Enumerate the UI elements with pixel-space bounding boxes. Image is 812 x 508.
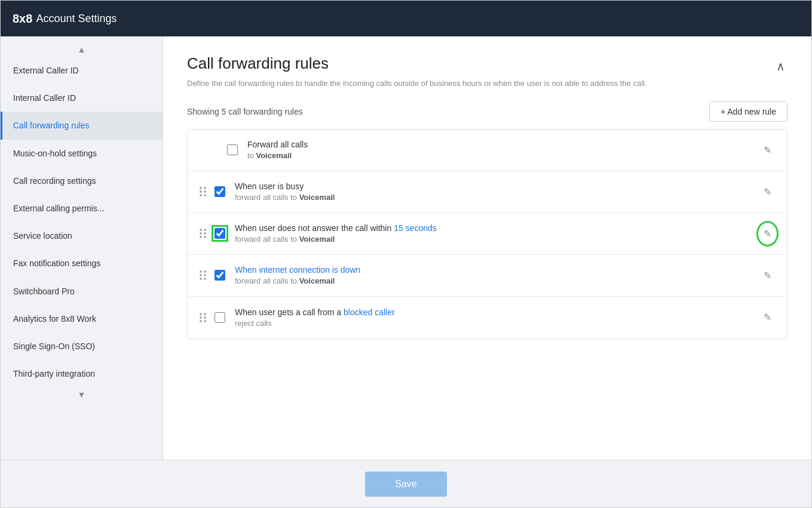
table-row: When user gets a call from a blocked cal… [188, 297, 787, 338]
rule-5-content: When user gets a call from a blocked cal… [235, 307, 760, 328]
logo: 8x8 [13, 12, 32, 26]
rules-table: Forward all calls to Voicemail ✎ When us… [187, 129, 788, 339]
table-row: When user is busy forward all calls to V… [188, 171, 787, 213]
sidebar-item-call-forwarding-rules[interactable]: Call forwarding rules [1, 112, 163, 139]
rule-5-edit-button[interactable]: ✎ [760, 308, 775, 327]
rule-5-subtitle: reject calls [235, 319, 760, 328]
drag-handle[interactable] [200, 229, 206, 238]
sidebar-item-sso[interactable]: Single Sign-On (SSO) [1, 332, 163, 360]
rule-2-title: When user is busy [235, 181, 760, 191]
rule-4-subtitle: forward all calls to Voicemail [235, 276, 760, 285]
rule-3-checkbox[interactable] [215, 228, 225, 239]
sidebar-item-music-on-hold[interactable]: Music-on-hold settings [1, 140, 163, 167]
rule-5-checkbox[interactable] [215, 312, 225, 323]
sidebar-item-service-location[interactable]: Service location [1, 222, 163, 250]
sidebar-item-fax-notification[interactable]: Fax notification settings [1, 250, 163, 277]
sidebar: ▲ External Caller ID Internal Caller ID … [1, 36, 163, 460]
rule-2-content: When user is busy forward all calls to V… [235, 181, 760, 202]
sidebar-item-switchboard-pro[interactable]: Switchboard Pro [1, 278, 163, 305]
app-container: 8x8 Account Settings ▲ External Caller I… [0, 0, 812, 508]
save-button[interactable]: Save [365, 472, 446, 497]
sidebar-item-external-calling[interactable]: External calling permis... [1, 195, 163, 222]
sidebar-item-internal-caller-id[interactable]: Internal Caller ID [1, 84, 163, 112]
section-subtitle: Define the call forwarding rules to hand… [187, 78, 665, 90]
sidebar-item-analytics[interactable]: Analytics for 8x8 Work [1, 305, 163, 332]
rule-3-content: When user does not answer the call withi… [235, 223, 760, 244]
section-title-area: Call forwarding rules Define the call fo… [187, 54, 774, 90]
rule-4-checkbox[interactable] [215, 270, 225, 281]
body: ▲ External Caller ID Internal Caller ID … [1, 36, 811, 460]
table-row: When internet connection is down forward… [188, 255, 787, 297]
drag-handle[interactable] [200, 187, 206, 196]
rule-2-checkbox[interactable] [215, 186, 225, 197]
footer: Save [1, 460, 811, 507]
rule-1-content: Forward all calls to Voicemail [247, 140, 760, 160]
rule-3-subtitle: forward all calls to Voicemail [235, 235, 760, 244]
table-row: When user does not answer the call withi… [188, 213, 787, 255]
header-title: Account Settings [36, 13, 117, 25]
rule-2-subtitle: forward all calls to Voicemail [235, 193, 760, 202]
rule-4-content: When internet connection is down forward… [235, 265, 760, 285]
rule-1-subtitle: to Voicemail [247, 151, 760, 160]
rule-1-edit-button[interactable]: ✎ [760, 141, 775, 159]
scroll-up-indicator: ▲ [1, 42, 163, 57]
drag-handle[interactable] [200, 313, 206, 322]
table-row: Forward all calls to Voicemail ✎ [188, 130, 787, 171]
add-new-rule-button[interactable]: + Add new rule [709, 101, 788, 122]
rule-4-edit-button[interactable]: ✎ [760, 266, 775, 285]
header: 8x8 Account Settings [1, 1, 811, 36]
add-rule-label: + Add new rule [721, 107, 776, 116]
rule-1-checkbox[interactable] [227, 144, 238, 155]
section-header: Call forwarding rules Define the call fo… [187, 54, 788, 90]
collapse-button[interactable]: ∧ [774, 57, 788, 76]
rule-2-edit-button[interactable]: ✎ [760, 183, 775, 201]
rules-header: Showing 5 call forwarding rules + Add ne… [187, 101, 788, 122]
rule-5-title: When user gets a call from a blocked cal… [235, 307, 760, 317]
main-content: Call forwarding rules Define the call fo… [163, 36, 811, 460]
rule-4-title: When internet connection is down [235, 265, 760, 275]
drag-handle[interactable] [200, 270, 206, 280]
rules-count: Showing 5 call forwarding rules [187, 107, 303, 116]
sidebar-item-external-caller-id[interactable]: External Caller ID [1, 57, 163, 84]
rule-1-title: Forward all calls [247, 140, 760, 149]
scroll-down-indicator: ▼ [1, 387, 163, 402]
sidebar-item-call-recording[interactable]: Call recording settings [1, 167, 163, 195]
rule-3-edit-button[interactable]: ✎ [760, 224, 775, 243]
section-title: Call forwarding rules [187, 54, 774, 73]
rule-3-title: When user does not answer the call withi… [235, 223, 760, 233]
sidebar-item-third-party[interactable]: Third-party integration [1, 360, 163, 387]
